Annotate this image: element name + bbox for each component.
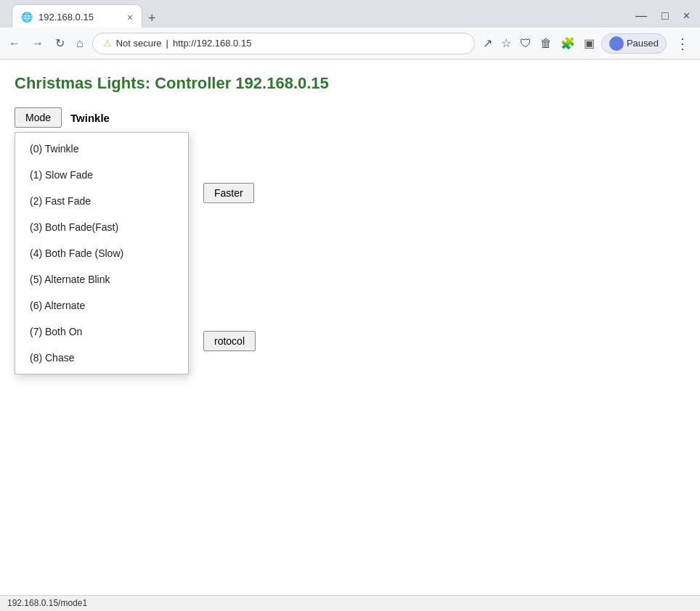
tab-title: 192.168.0.15: [38, 12, 94, 22]
forward-button[interactable]: →: [29, 34, 46, 53]
mcafee-icon[interactable]: 🛡: [518, 35, 534, 52]
status-bar: 192.168.0.15/mode1: [0, 595, 700, 611]
protocol-row: rotocol: [203, 331, 685, 351]
profile-button[interactable]: Paused: [601, 33, 667, 54]
dropdown-item-6[interactable]: (6) Alternate: [15, 292, 188, 319]
current-mode: Twinkle: [70, 112, 110, 124]
dropdown-item-7[interactable]: (7) Both On: [15, 319, 188, 345]
tab-close-button[interactable]: ×: [127, 12, 133, 23]
browser-menu-button[interactable]: ⋮: [671, 33, 694, 54]
dropdown-item-8[interactable]: (8) Chase: [15, 345, 188, 371]
mode-dropdown: (0) Twinkle (1) Slow Fade (2) Fast Fade …: [15, 132, 189, 374]
profile-avatar: [609, 36, 624, 51]
mode-row: Mode Twinkle (0) Twinkle (1) Slow Fade (…: [15, 107, 685, 128]
page-title: Christmas Lights: Controller 192.168.0.1…: [15, 74, 685, 93]
protocol-button[interactable]: rotocol: [203, 331, 256, 351]
minimize-button[interactable]: —: [631, 8, 651, 24]
back-button[interactable]: ←: [6, 34, 23, 53]
dropdown-item-2[interactable]: (2) Fast Fade: [15, 188, 188, 214]
reload-button[interactable]: ↻: [52, 33, 68, 53]
bookmark-icon[interactable]: ☆: [499, 34, 513, 52]
close-window-button[interactable]: ×: [679, 8, 694, 24]
url-text: http://192.168.0.15: [173, 38, 464, 49]
controls-area: Mode Twinkle (0) Twinkle (1) Slow Fade (…: [15, 107, 685, 351]
title-bar: 🌐 192.168.0.15 × + — □ ×: [0, 0, 700, 28]
maximize-button[interactable]: □: [657, 8, 673, 24]
faster-button[interactable]: Faster: [203, 183, 254, 203]
page-content: Christmas Lights: Controller 192.168.0.1…: [0, 60, 700, 595]
browser-tab[interactable]: 🌐 192.168.0.15 ×: [12, 4, 142, 29]
speed-row: Faster: [203, 183, 685, 203]
address-bar: ← → ↻ ⌂ ⚠ Not secure | http://192.168.0.…: [0, 28, 700, 60]
extensions-icon[interactable]: 🧩: [558, 34, 577, 52]
window-controls: — □ ×: [631, 8, 694, 24]
status-url: 192.168.0.15/mode1: [7, 598, 87, 608]
security-icon: ⚠: [103, 38, 112, 49]
tab-bar: 🌐 192.168.0.15 × +: [6, 3, 168, 29]
new-tab-button[interactable]: +: [142, 8, 162, 29]
security-text: Not secure: [116, 38, 162, 49]
share-icon[interactable]: ↗: [481, 34, 495, 52]
extension2-icon[interactable]: 🗑: [538, 35, 554, 52]
dropdown-item-0[interactable]: (0) Twinkle: [15, 136, 188, 162]
address-input[interactable]: ⚠ Not secure | http://192.168.0.15: [92, 33, 475, 54]
profile-label: Paused: [627, 38, 659, 49]
dropdown-item-1[interactable]: (1) Slow Fade: [15, 162, 188, 188]
separator: |: [166, 38, 168, 49]
tab-favicon: 🌐: [21, 12, 33, 23]
split-view-icon[interactable]: ▣: [582, 34, 597, 52]
toolbar-icons: ↗ ☆ 🛡 🗑 🧩 ▣ Paused ⋮: [481, 33, 694, 54]
dropdown-item-5[interactable]: (5) Alternate Blink: [15, 266, 188, 292]
dropdown-item-4[interactable]: (4) Both Fade (Slow): [15, 240, 188, 266]
mode-button[interactable]: Mode: [15, 107, 62, 128]
dropdown-item-3[interactable]: (3) Both Fade(Fast): [15, 214, 188, 240]
home-button[interactable]: ⌂: [73, 34, 86, 53]
